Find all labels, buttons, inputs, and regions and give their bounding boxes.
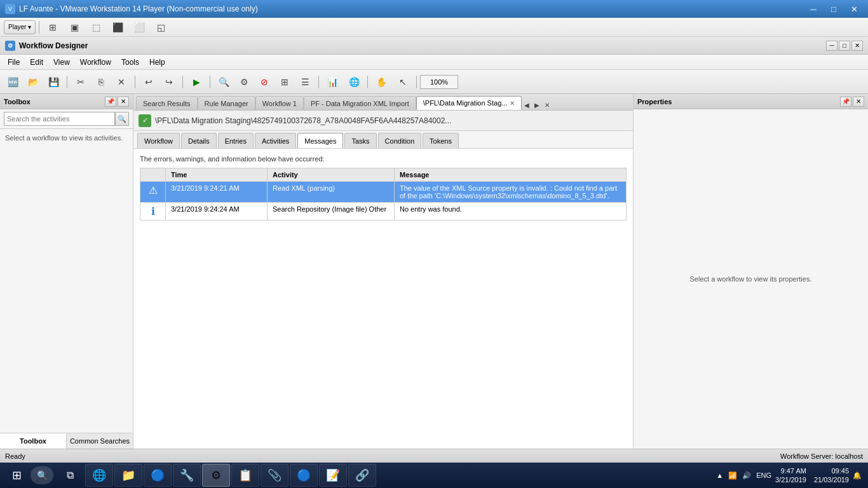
col-time: Time	[166, 168, 268, 182]
taskbar-app-ie[interactable]: 🌐	[85, 464, 113, 487]
menu-help[interactable]: Help	[144, 56, 170, 69]
tab-rule-manager[interactable]: Rule Manager	[198, 96, 255, 110]
player-tool-1[interactable]: ⊞	[43, 18, 63, 37]
settings-btn[interactable]: ⚙	[234, 72, 254, 92]
taskbar-app-2[interactable]: 📋	[231, 464, 259, 487]
inner-tab-condition[interactable]: Condition	[378, 133, 421, 148]
messages-area: The errors, warnings, and information be…	[133, 149, 633, 449]
save-btn[interactable]: 💾	[43, 72, 64, 92]
inner-tab-workflow[interactable]: Workflow	[137, 133, 180, 148]
taskbar-apps: ⧉ 🌐 📁 🔵 🔧 ⚙ 📋 📎 🔵 📝 🔗	[56, 464, 376, 487]
inner-tab-details[interactable]: Details	[181, 133, 217, 148]
tab-prev-btn[interactable]: ◀	[522, 100, 532, 110]
tab-pf-data-migration[interactable]: PF - Data Migration XML Import	[304, 96, 416, 110]
player-menu-button[interactable]: Player ▾	[4, 20, 36, 34]
sep3	[182, 76, 183, 88]
taskbar-app-4[interactable]: 🔵	[290, 464, 318, 487]
player-tool-3[interactable]: ⬚	[86, 18, 106, 37]
tab-workflow-1[interactable]: Workflow 1	[255, 96, 304, 110]
properties-pin-btn[interactable]: 📌	[840, 97, 851, 107]
path-status-icon: ✓	[139, 114, 151, 127]
sep4	[210, 76, 210, 88]
toolbox-pin-btn[interactable]: 📌	[105, 97, 116, 107]
taskbar-app-5[interactable]: 📝	[319, 464, 347, 487]
row-message: No entry was found.	[395, 203, 627, 220]
properties-controls: 📌 ✕	[840, 97, 864, 107]
zoom-input[interactable]	[420, 75, 458, 89]
title-bar-left: V LF Avante - VMware Workstation 14 Play…	[5, 4, 258, 14]
toolbox-search-button[interactable]: 🔍	[115, 112, 129, 126]
inner-tab-messages[interactable]: Messages	[297, 133, 343, 148]
stop-btn[interactable]: ⊘	[254, 72, 275, 92]
grid-btn[interactable]: ⊞	[275, 72, 295, 92]
wd-min-btn[interactable]: ─	[826, 41, 837, 51]
table-row[interactable]: ⚠ 3/21/2019 9:24:21 AM Read XML (parsing…	[140, 182, 627, 203]
start-button[interactable]: ⊞	[3, 464, 31, 487]
redo-btn[interactable]: ↪	[159, 72, 179, 92]
hand-btn[interactable]: ✋	[371, 72, 391, 92]
taskbar-app-6[interactable]: 🔗	[348, 464, 376, 487]
taskbar-app-3[interactable]: 📎	[261, 464, 288, 487]
maximize-button[interactable]: □	[825, 3, 843, 15]
minimize-button[interactable]: ─	[804, 3, 822, 15]
player-tool-4[interactable]: ⬛	[107, 18, 128, 37]
run-btn[interactable]: ▶	[186, 72, 207, 92]
globe-btn[interactable]: 🌐	[344, 72, 364, 92]
wd-close-btn[interactable]: ✕	[851, 41, 863, 51]
toolbox-tab-common-searches[interactable]: Common Searches	[67, 433, 133, 449]
taskbar-search[interactable]: 🔍	[31, 466, 53, 484]
player-tool-2[interactable]: ▣	[64, 18, 85, 37]
cursor-btn[interactable]: ↖	[393, 72, 413, 92]
player-tool-5[interactable]: ⬜	[129, 18, 149, 37]
tab-next-btn[interactable]: ▶	[532, 100, 542, 110]
table-row[interactable]: ℹ 3/21/2019 9:24:24 AM Search Repository…	[140, 203, 627, 220]
properties-body: Select a workflow to view its properties…	[634, 109, 868, 449]
taskbar-app-1[interactable]: 🔧	[173, 464, 201, 487]
inner-tab-activities[interactable]: Activities	[255, 133, 296, 148]
toolbox-tab-toolbox[interactable]: Toolbox	[0, 433, 67, 449]
menu-workflow[interactable]: Workflow	[75, 56, 116, 69]
chart-btn[interactable]: 📊	[322, 72, 342, 92]
properties-close-btn[interactable]: ✕	[853, 97, 864, 107]
cut-btn[interactable]: ✂	[71, 72, 91, 92]
tray-notification[interactable]: 🔔	[853, 471, 862, 480]
taskbar-task-view[interactable]: ⧉	[56, 464, 84, 487]
list-btn[interactable]: ☰	[295, 72, 315, 92]
status-bar: Ready Workflow Server: localhost	[0, 449, 868, 463]
clock-2: 09:45 21/03/2019	[814, 466, 849, 485]
taskbar-app-lf[interactable]: ⚙	[202, 464, 230, 487]
tray-network: 📶	[728, 471, 737, 480]
open-btn[interactable]: 📂	[23, 72, 43, 92]
copy-btn[interactable]: ⎘	[91, 72, 111, 92]
find-btn[interactable]: 🔍	[214, 72, 234, 92]
wd-max-btn[interactable]: □	[839, 41, 850, 51]
menu-view[interactable]: View	[48, 56, 75, 69]
toolbar-group-2: ✂ ⎘ ✕	[71, 72, 132, 92]
player-tool-6[interactable]: ◱	[151, 18, 171, 37]
clock-time-1: 9:47 AM	[775, 466, 806, 475]
inner-tab-tokens[interactable]: Tokens	[423, 133, 459, 148]
tab-close-icon[interactable]: ✕	[510, 100, 515, 107]
row-icon: ⚠	[140, 182, 166, 203]
delete-btn[interactable]: ✕	[111, 72, 132, 92]
col-icon	[140, 168, 166, 182]
tab-pfl-data-migration-stag[interactable]: \PFL\Data Migration Stag... ✕	[416, 96, 522, 110]
inner-tab-tasks[interactable]: Tasks	[344, 133, 376, 148]
taskbar-app-explorer[interactable]: 📁	[114, 464, 142, 487]
tab-search-results[interactable]: Search Results	[136, 96, 198, 110]
close-button[interactable]: ✕	[845, 3, 863, 15]
tab-close-all-btn[interactable]: ✕	[542, 100, 552, 110]
toolbox-panel: Toolbox 📌 ✕ 🔍 Select a workflow to view …	[0, 94, 133, 449]
menu-tools[interactable]: Tools	[116, 56, 144, 69]
title-bar: V LF Avante - VMware Workstation 14 Play…	[0, 0, 868, 18]
row-icon: ℹ	[140, 203, 166, 220]
toolbox-search-input[interactable]	[4, 112, 115, 126]
toolbox-content	[0, 147, 133, 433]
new-btn[interactable]: 🆕	[3, 72, 23, 92]
undo-btn[interactable]: ↩	[139, 72, 159, 92]
inner-tab-entries[interactable]: Entries	[218, 133, 254, 148]
taskbar-app-chrome[interactable]: 🔵	[144, 464, 172, 487]
toolbox-close-btn[interactable]: ✕	[118, 97, 129, 107]
menu-file[interactable]: File	[3, 56, 25, 69]
menu-edit[interactable]: Edit	[25, 56, 48, 69]
